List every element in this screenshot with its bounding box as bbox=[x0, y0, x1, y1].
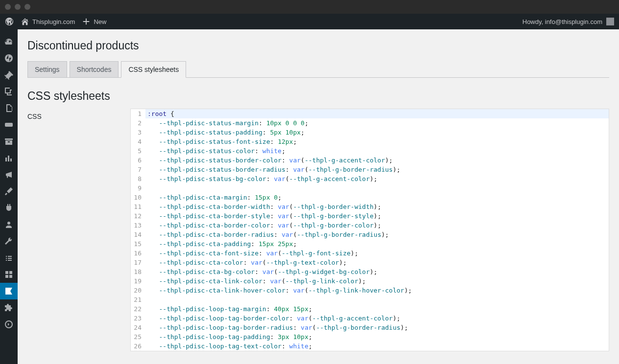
code-line[interactable]: 22 --thpl-pdisc-loop-tag-margin: 40px 15… bbox=[131, 304, 609, 314]
sidebar-thisplugin[interactable] bbox=[0, 283, 18, 299]
howdy-text: Howdy, info@thisplugin.com bbox=[523, 18, 602, 25]
maximize-dot[interactable] bbox=[24, 4, 30, 10]
svg-rect-1 bbox=[5, 123, 13, 127]
new-link[interactable]: New bbox=[82, 17, 106, 26]
user-menu[interactable]: Howdy, info@thisplugin.com bbox=[523, 18, 614, 25]
code-content: --thpl-pdisc-loop-tag-text-color: white; bbox=[145, 341, 609, 351]
line-number: 20 bbox=[131, 286, 145, 295]
code-line[interactable]: 14 --thpl-pdisc-cta-border-radius: var(-… bbox=[131, 230, 609, 239]
code-line[interactable]: 26 --thpl-pdisc-loop-tag-text-color: whi… bbox=[131, 341, 609, 351]
sidebar-products[interactable] bbox=[0, 133, 18, 150]
line-number: 12 bbox=[131, 211, 145, 221]
code-line[interactable]: 15 --thpl-pdisc-cta-padding: 15px 25px; bbox=[131, 239, 609, 249]
code-content: --thpl-pdisc-cta-color: var(--thpl-g-tex… bbox=[145, 258, 609, 267]
sidebar-settings[interactable] bbox=[0, 250, 18, 266]
line-number: 5 bbox=[131, 146, 145, 156]
sidebar-woocommerce[interactable] bbox=[0, 116, 18, 133]
sidebar-plugins[interactable] bbox=[0, 200, 18, 216]
admin-bar: Thisplugin.com New Howdy, info@thisplugi… bbox=[0, 14, 619, 29]
line-number: 17 bbox=[131, 258, 145, 267]
sidebar-media[interactable] bbox=[0, 83, 18, 100]
code-line[interactable]: 8 --thpl-pdisc-status-bg-color: var(--th… bbox=[131, 174, 609, 183]
code-content: --thpl-pdisc-status-bg-color: var(--thpl… bbox=[145, 174, 609, 183]
site-name: Thisplugin.com bbox=[32, 18, 75, 25]
code-line[interactable]: 19 --thpl-pdisc-cta-link-color: var(--th… bbox=[131, 276, 609, 286]
line-number: 14 bbox=[131, 230, 145, 239]
code-line[interactable]: 25 --thpl-pdisc-loop-tag-padding: 3px 10… bbox=[131, 332, 609, 341]
code-line[interactable]: 11 --thpl-pdisc-cta-border-width: var(--… bbox=[131, 202, 609, 211]
sidebar-appearance[interactable] bbox=[0, 183, 18, 200]
sidebar-pages[interactable] bbox=[0, 100, 18, 116]
wordpress-logo[interactable] bbox=[5, 17, 14, 26]
sidebar-dashboard[interactable] bbox=[0, 33, 18, 50]
code-content: --thpl-pdisc-cta-border-color: var(--thp… bbox=[145, 221, 609, 230]
code-line[interactable]: 12 --thpl-pdisc-cta-border-style: var(--… bbox=[131, 211, 609, 221]
sidebar-posts[interactable] bbox=[0, 67, 18, 83]
line-number: 10 bbox=[131, 193, 145, 202]
code-content bbox=[145, 183, 609, 193]
section-title: CSS stylesheets bbox=[27, 90, 609, 103]
code-content: --thpl-pdisc-cta-border-width: var(--thp… bbox=[145, 202, 609, 211]
minimize-dot[interactable] bbox=[15, 4, 21, 10]
site-link[interactable]: Thisplugin.com bbox=[21, 17, 75, 26]
brush-icon bbox=[4, 186, 14, 196]
code-line[interactable]: 16 --thpl-pdisc-cta-font-size: var(--thp… bbox=[131, 249, 609, 258]
code-line[interactable]: 24 --thpl-pdisc-loop-tag-border-radius: … bbox=[131, 323, 609, 332]
sidebar-templates[interactable] bbox=[0, 266, 18, 283]
line-number: 26 bbox=[131, 341, 145, 351]
new-label: New bbox=[94, 18, 106, 25]
line-number: 2 bbox=[131, 118, 145, 128]
code-line[interactable]: 1:root { bbox=[131, 109, 609, 118]
code-line[interactable]: 6 --thpl-pdisc-status-border-color: var(… bbox=[131, 156, 609, 165]
settings-icon bbox=[4, 253, 14, 263]
sidebar-collapse[interactable] bbox=[0, 316, 18, 333]
sidebar-jetpack[interactable] bbox=[0, 50, 18, 67]
users-icon bbox=[4, 220, 14, 229]
code-editor[interactable]: 1:root {2 --thpl-pdisc-status-margin: 10… bbox=[130, 109, 609, 351]
sidebar-tools[interactable] bbox=[0, 233, 18, 250]
dashboard-icon bbox=[4, 37, 14, 46]
code-content: --thpl-pdisc-loop-tag-border-radius: var… bbox=[145, 323, 609, 332]
tab-css-stylesheets[interactable]: CSS stylesheets bbox=[121, 61, 186, 78]
code-line[interactable]: 17 --thpl-pdisc-cta-color: var(--thpl-g-… bbox=[131, 258, 609, 267]
collapse-icon bbox=[4, 319, 14, 329]
close-dot[interactable] bbox=[5, 4, 11, 10]
code-content: --thpl-pdisc-cta-link-color: var(--thpl-… bbox=[145, 276, 609, 286]
sidebar-separator[interactable] bbox=[0, 299, 18, 316]
templates-icon bbox=[4, 270, 14, 279]
sidebar-analytics[interactable] bbox=[0, 150, 18, 166]
line-number: 6 bbox=[131, 156, 145, 165]
code-content: --thpl-pdisc-cta-border-radius: var(--th… bbox=[145, 230, 609, 239]
code-content: --thpl-pdisc-status-border-radius: var(-… bbox=[145, 165, 609, 174]
code-line[interactable]: 2 --thpl-pdisc-status-margin: 10px 0 0 0… bbox=[131, 118, 609, 128]
woo-icon bbox=[4, 120, 14, 130]
code-content: --thpl-pdisc-cta-padding: 15px 25px; bbox=[145, 239, 609, 249]
sidebar-users[interactable] bbox=[0, 216, 18, 233]
code-content: --thpl-pdisc-loop-tag-border-color: var(… bbox=[145, 314, 609, 323]
line-number: 9 bbox=[131, 183, 145, 193]
tab-settings[interactable]: Settings bbox=[27, 61, 67, 78]
plus-icon bbox=[82, 17, 91, 26]
code-line[interactable]: 13 --thpl-pdisc-cta-border-color: var(--… bbox=[131, 221, 609, 230]
code-line[interactable]: 10 --thpl-pdisc-cta-margin: 15px 0; bbox=[131, 193, 609, 202]
line-number: 16 bbox=[131, 249, 145, 258]
code-line[interactable]: 9 bbox=[131, 183, 609, 193]
code-line[interactable]: 5 --thpl-pdisc-status-color: white; bbox=[131, 146, 609, 156]
code-line[interactable]: 20 --thpl-pdisc-cta-link-hover-color: va… bbox=[131, 286, 609, 295]
pin-icon bbox=[4, 70, 14, 80]
code-line[interactable]: 4 --thpl-pdisc-status-font-size: 12px; bbox=[131, 137, 609, 146]
line-number: 13 bbox=[131, 221, 145, 230]
tab-shortcodes[interactable]: Shortcodes bbox=[70, 61, 119, 78]
code-line[interactable]: 23 --thpl-pdisc-loop-tag-border-color: v… bbox=[131, 314, 609, 323]
home-icon bbox=[21, 17, 29, 26]
code-content: --thpl-pdisc-status-font-size: 12px; bbox=[145, 137, 609, 146]
line-number: 24 bbox=[131, 323, 145, 332]
code-line[interactable]: 3 --thpl-pdisc-status-padding: 5px 10px; bbox=[131, 128, 609, 137]
code-line[interactable]: 18 --thpl-pdisc-cta-bg-color: var(--thpl… bbox=[131, 267, 609, 276]
sidebar-marketing[interactable] bbox=[0, 166, 18, 183]
code-content: --thpl-pdisc-cta-border-style: var(--thp… bbox=[145, 211, 609, 221]
code-content bbox=[145, 295, 609, 304]
line-number: 19 bbox=[131, 276, 145, 286]
code-line[interactable]: 7 --thpl-pdisc-status-border-radius: var… bbox=[131, 165, 609, 174]
code-line[interactable]: 21 bbox=[131, 295, 609, 304]
